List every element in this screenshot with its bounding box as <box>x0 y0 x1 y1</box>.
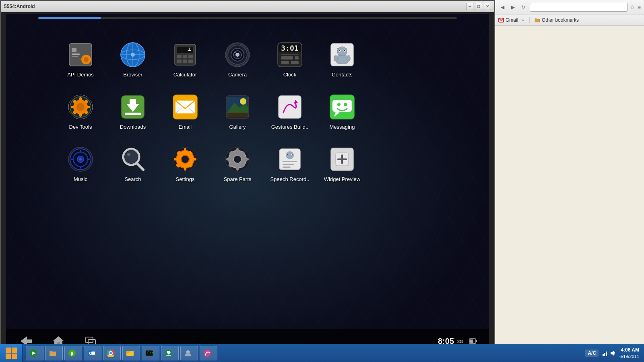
svg-point-45 <box>344 50 345 51</box>
music-label: Music <box>74 176 87 183</box>
widget-preview-icon <box>328 145 357 174</box>
app-widget-preview[interactable]: Widget Preview <box>316 141 368 193</box>
svg-rect-114 <box>226 158 230 160</box>
svg-rect-57 <box>71 106 74 108</box>
app-speech-record[interactable]: Speech Record.. <box>264 141 316 193</box>
svg-point-5 <box>84 57 89 62</box>
svg-point-89 <box>80 150 81 152</box>
app-settings[interactable]: Settings <box>159 141 211 193</box>
terminal-icon: C:\ <box>145 349 153 357</box>
progress-bar-fill <box>38 17 101 19</box>
minimize-button[interactable]: – <box>466 3 473 10</box>
svg-rect-21 <box>188 55 193 58</box>
svg-rect-104 <box>192 158 196 160</box>
file-manager-icon <box>126 349 134 357</box>
browser-back[interactable]: ◀ <box>498 3 506 11</box>
app-browser[interactable]: Browser <box>107 36 159 88</box>
taskbar-item-utorrent[interactable]: µ <box>64 346 82 360</box>
browser-icon <box>118 40 147 69</box>
taskbar-item-android[interactable] <box>180 346 198 360</box>
svg-point-82 <box>337 103 341 106</box>
emulator-window: 5554:Android – □ ✕ <box>0 0 495 362</box>
camera-label: Camera <box>228 72 247 78</box>
gestures-builder-label: Gestures Build.. <box>271 124 309 130</box>
taskbar-item-terminal[interactable]: C:\ <box>142 346 159 360</box>
gmail-bookmark[interactable]: Gmail <box>498 17 518 23</box>
clock-icon: 3:01 <box>275 40 304 69</box>
other-bookmarks-label: Other bookmarks <box>542 17 579 23</box>
taskbar-item-explorer[interactable] <box>45 346 63 360</box>
star-button[interactable]: ☆ <box>630 4 635 10</box>
browser-refresh[interactable]: ↻ <box>519 3 527 11</box>
app-dev-tools[interactable]: Dev Tools <box>54 88 107 141</box>
app-clock[interactable]: 3:01 Clock <box>264 36 316 88</box>
svg-rect-2 <box>72 53 80 55</box>
app-api-demos[interactable]: API Demos <box>54 36 107 88</box>
settings-icon <box>171 145 200 174</box>
close-button[interactable]: ✕ <box>484 3 491 10</box>
maximize-button[interactable]: □ <box>475 3 482 10</box>
other-bookmarks[interactable]: Other bookmarks <box>535 17 579 23</box>
address-bar[interactable] <box>530 3 627 12</box>
taskbar-item-outlook[interactable]: o <box>84 346 101 360</box>
app-gallery[interactable]: Gallery <box>211 88 264 141</box>
taskbar-item-paint[interactable] <box>200 346 217 360</box>
start-button[interactable] <box>0 344 23 362</box>
taskbar-item-explorer2[interactable] <box>122 346 140 360</box>
tray-network-icon <box>602 350 608 356</box>
svg-rect-112 <box>236 148 239 152</box>
svg-point-92 <box>71 158 73 160</box>
explorer-icon <box>49 349 57 357</box>
app-contacts[interactable]: Contacts <box>316 36 368 88</box>
svg-rect-172 <box>186 354 190 356</box>
app-camera[interactable]: Camera <box>211 36 264 88</box>
svg-rect-35 <box>281 54 299 55</box>
calculator-icon: – + <box>171 40 200 69</box>
svg-point-88 <box>79 158 82 160</box>
music-icon <box>66 145 95 174</box>
app-grid: API Demos Browser <box>54 36 368 193</box>
taskbar-item-chrome[interactable] <box>103 346 121 360</box>
app-downloads[interactable]: Downloads <box>107 88 159 141</box>
dev-tools-icon <box>66 93 95 121</box>
svg-rect-16 <box>177 47 193 53</box>
app-calculator[interactable]: – + Calculator <box>159 36 211 88</box>
speech-record-icon <box>275 145 304 174</box>
svg-rect-65 <box>130 99 136 106</box>
mediaplayer-icon <box>29 349 37 357</box>
app-music[interactable]: Music <box>54 141 107 193</box>
svg-text:3:01: 3:01 <box>281 44 298 52</box>
android-icon <box>184 349 192 357</box>
taskbar-item-mediaplayer[interactable] <box>26 346 43 360</box>
bookmark-separator <box>529 17 530 23</box>
svg-rect-24 <box>188 60 193 63</box>
svg-rect-158 <box>126 351 130 353</box>
svg-rect-48 <box>336 56 349 64</box>
svg-rect-128 <box>283 167 291 168</box>
browser-forward[interactable]: ▶ <box>509 3 517 11</box>
svg-text:C:\: C:\ <box>147 351 153 355</box>
svg-point-95 <box>125 150 138 163</box>
svg-point-175 <box>204 350 211 357</box>
svg-rect-76 <box>227 113 248 117</box>
svg-rect-23 <box>183 60 187 63</box>
svg-rect-163 <box>167 351 170 353</box>
svg-marker-179 <box>611 351 614 356</box>
app-email[interactable]: Email <box>159 88 211 141</box>
svg-text:3G: 3G <box>457 339 463 344</box>
svg-rect-176 <box>603 354 604 356</box>
taskbar-item-downloader[interactable] <box>161 346 179 360</box>
network-tray-icon <box>602 350 608 356</box>
svg-text:µ: µ <box>71 351 73 356</box>
bookmarks-expand[interactable]: » <box>521 17 524 23</box>
gallery-label: Gallery <box>229 124 246 130</box>
app-messaging[interactable]: Messaging <box>316 88 368 141</box>
menu-button[interactable]: ≡ <box>638 4 641 10</box>
svg-rect-22 <box>177 60 182 63</box>
svg-point-168 <box>187 352 187 352</box>
app-gestures-builder[interactable]: Gestures Build.. <box>264 88 316 141</box>
contacts-icon <box>328 40 357 69</box>
window-controls: – □ ✕ <box>466 3 491 10</box>
app-search[interactable]: Search <box>107 141 159 193</box>
app-spare-parts[interactable]: Spare Parts <box>211 141 264 193</box>
